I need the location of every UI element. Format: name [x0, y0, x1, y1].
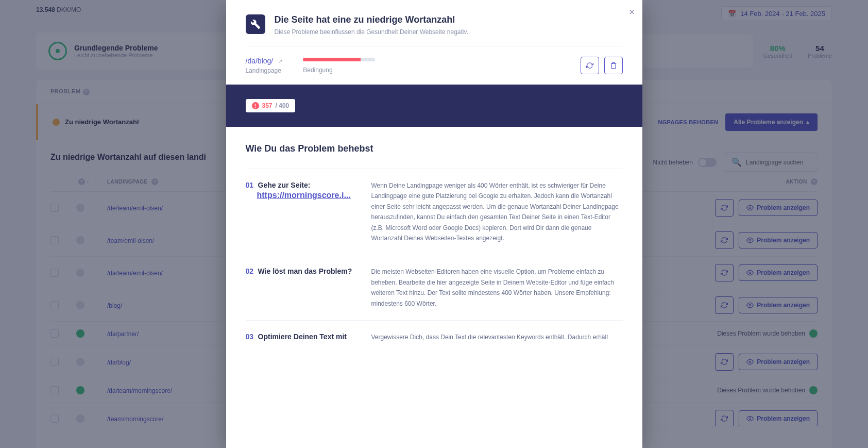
- close-button[interactable]: ×: [629, 6, 635, 18]
- page-type: Landingpage: [246, 67, 283, 74]
- step-1: 01 Gehe zur Seite: https://morningscore.…: [246, 169, 623, 255]
- alert-icon: !: [252, 102, 259, 109]
- modal-subtitle: Diese Probleme beeinflussen die Gesundhe…: [275, 28, 468, 36]
- wrench-icon: [246, 14, 265, 34]
- page-link[interactable]: /da/blog/ ↗: [246, 57, 283, 65]
- condition-progress: [303, 58, 375, 61]
- word-count-banner: ! 357 / 400: [226, 85, 642, 127]
- modal-title: Die Seite hat eine zu niedrige Wortanzah…: [275, 14, 468, 25]
- refresh-button[interactable]: [581, 57, 599, 74]
- step-3: 03 Optimiere Deinen Text mit Vergewisser…: [246, 320, 623, 354]
- external-link-icon: ↗: [278, 58, 282, 64]
- step-2: 02 Wie löst man das Problem? Die meisten…: [246, 255, 623, 320]
- delete-button[interactable]: [604, 57, 623, 74]
- condition-label: Bedingung: [303, 67, 559, 74]
- howto-title: Wie Du das Problem behebst: [246, 143, 623, 154]
- step-link[interactable]: https://morningscore.i...: [257, 191, 359, 200]
- problem-detail-modal: × Die Seite hat eine zu niedrige Wortanz…: [226, 0, 642, 448]
